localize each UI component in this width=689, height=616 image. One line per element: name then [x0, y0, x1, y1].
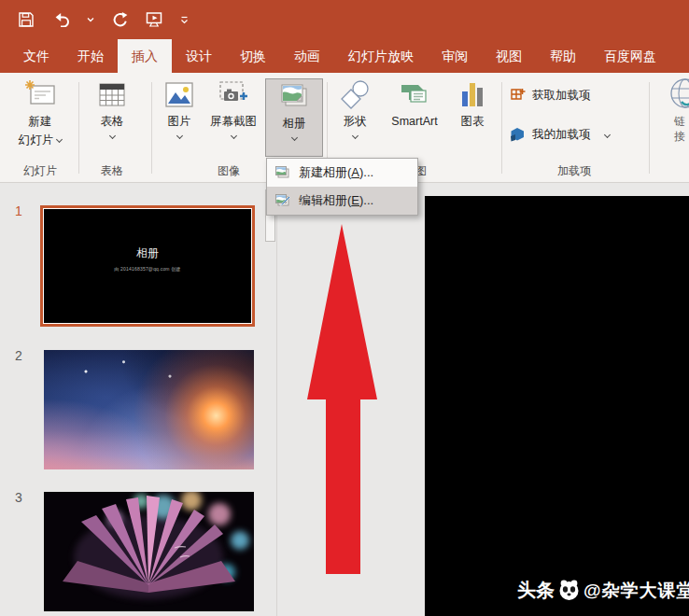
tab-file[interactable]: 文件	[9, 39, 63, 73]
new-slide-icon	[23, 79, 57, 111]
my-addins-icon	[510, 127, 526, 143]
watermark-source: 头条	[517, 578, 555, 603]
tab-baidu-netdisk[interactable]: 百度网盘	[590, 39, 670, 73]
group-label-addins: 加载项	[541, 163, 607, 179]
start-slideshow-icon[interactable]	[144, 8, 166, 31]
link-button[interactable]: 链 接	[654, 77, 689, 144]
tab-view[interactable]: 视图	[482, 39, 536, 73]
picture-icon	[163, 79, 195, 111]
new-slide-button[interactable]: 新建 幻灯片	[7, 79, 73, 148]
quick-access-toolbar	[15, 0, 189, 39]
new-album-icon	[274, 164, 290, 181]
watermark-handle: @杂学大课堂	[584, 579, 689, 603]
undo-dropdown-chevron-icon[interactable]	[86, 17, 95, 22]
chart-button[interactable]: 图表	[450, 79, 495, 130]
get-addins-label: 获取加载项	[532, 88, 591, 104]
link-label-char2: 接	[674, 129, 689, 144]
chevron-down-icon	[56, 136, 63, 143]
shapes-label: 形状	[344, 114, 367, 130]
slide1-title: 相册	[43, 245, 252, 261]
screenshot-label: 屏幕截图	[210, 114, 257, 130]
tab-help[interactable]: 帮助	[536, 39, 590, 73]
undo-icon[interactable]	[50, 8, 73, 31]
menu-item-label: 新建相册(A)...	[299, 164, 373, 181]
photo-album-icon	[278, 81, 310, 113]
screenshot-icon	[217, 79, 250, 111]
redo-icon[interactable]	[108, 8, 131, 31]
tab-transitions[interactable]: 切换	[226, 39, 280, 73]
chart-label: 图表	[461, 114, 485, 130]
table-button[interactable]: 表格	[84, 79, 140, 138]
get-addins-icon	[510, 88, 526, 104]
slide-thumbnail-1[interactable]: 相册 由 2014168357@qq.com 创建	[40, 205, 255, 327]
book-photo	[44, 492, 254, 611]
slide1-subtitle: 由 2014168357@qq.com 创建	[43, 266, 252, 272]
chevron-down-icon	[108, 133, 115, 139]
group-label-slides: 幻灯片	[7, 163, 73, 179]
slide-editing-canvas[interactable]	[425, 196, 689, 616]
menu-item-new-album[interactable]: 新建相册(A)...	[267, 159, 417, 187]
group-divider	[78, 82, 79, 174]
get-addins-button[interactable]: 获取加载项	[510, 88, 591, 104]
tab-animations[interactable]: 动画	[280, 39, 334, 73]
edit-album-icon	[274, 192, 290, 209]
save-icon[interactable]	[15, 8, 37, 31]
link-globe-icon	[663, 77, 689, 114]
customize-qat-icon[interactable]	[179, 16, 189, 24]
title-bar	[0, 0, 689, 39]
smartart-button[interactable]: SmartArt	[381, 79, 448, 130]
smartart-icon	[398, 79, 431, 111]
slide-thumbnail-3[interactable]	[44, 492, 254, 611]
chevron-down-icon	[603, 132, 610, 138]
my-addins-button[interactable]: 我的加载项	[510, 127, 610, 143]
tab-review[interactable]: 审阅	[428, 39, 482, 73]
table-icon	[96, 79, 128, 111]
slide-number: 2	[15, 348, 22, 363]
group-divider	[501, 82, 502, 174]
photo-album-label: 相册	[283, 116, 306, 132]
menu-item-label: 编辑相册(E)...	[299, 192, 373, 209]
my-addins-label: 我的加载项	[532, 127, 591, 143]
chevron-down-icon	[230, 133, 236, 139]
photo-album-button[interactable]: 相册	[265, 78, 323, 157]
slide-thumbnail-panel: 1 相册 由 2014168357@qq.com 创建 2 3	[0, 183, 277, 616]
tab-design[interactable]: 设计	[172, 39, 226, 73]
picture-button[interactable]: 图片	[155, 79, 204, 138]
picture-label: 图片	[168, 114, 191, 130]
shapes-icon	[339, 79, 371, 111]
group-divider	[151, 82, 152, 174]
menu-item-edit-album[interactable]: 编辑相册(E)...	[267, 187, 417, 215]
tab-insert[interactable]: 插入	[118, 39, 172, 73]
slide-thumbnail-2[interactable]	[44, 350, 254, 469]
table-label: 表格	[101, 114, 124, 130]
slide-number: 3	[15, 490, 22, 505]
chevron-down-icon	[176, 133, 182, 139]
group-label-images: 图像	[196, 163, 261, 179]
new-slide-label-line2: 幻灯片	[19, 133, 63, 148]
screenshot-button[interactable]: 屏幕截图	[202, 79, 265, 138]
watermark: 头条 @杂学大课堂	[517, 578, 689, 603]
tab-slideshow[interactable]: 幻灯片放映	[334, 39, 428, 73]
photo-album-dropdown-menu: 新建相册(A)... 编辑相册(E)...	[266, 158, 418, 216]
group-label-tables: 表格	[84, 163, 140, 179]
group-divider	[649, 82, 650, 174]
slide-number: 1	[15, 203, 22, 218]
workspace: 1 相册 由 2014168357@qq.com 创建 2 3	[0, 183, 689, 616]
shapes-button[interactable]: 形状	[329, 79, 381, 138]
smartart-label: SmartArt	[391, 114, 437, 130]
ribbon-tab-row: 文件 开始 插入 设计 切换 动画 幻灯片放映 审阅 视图 帮助 百度网盘	[0, 39, 689, 73]
link-label-char1: 链	[674, 114, 689, 129]
chart-icon	[457, 79, 488, 111]
chevron-down-icon	[290, 134, 297, 141]
tab-home[interactable]: 开始	[63, 39, 118, 73]
panda-logo-icon	[557, 579, 581, 602]
chevron-down-icon	[351, 133, 358, 139]
new-slide-label-line1: 新建	[29, 114, 52, 130]
